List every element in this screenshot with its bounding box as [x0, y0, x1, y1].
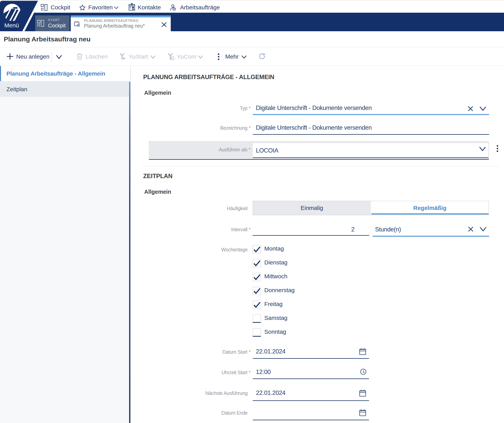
svg-text:Menü: Menü: [4, 22, 19, 29]
